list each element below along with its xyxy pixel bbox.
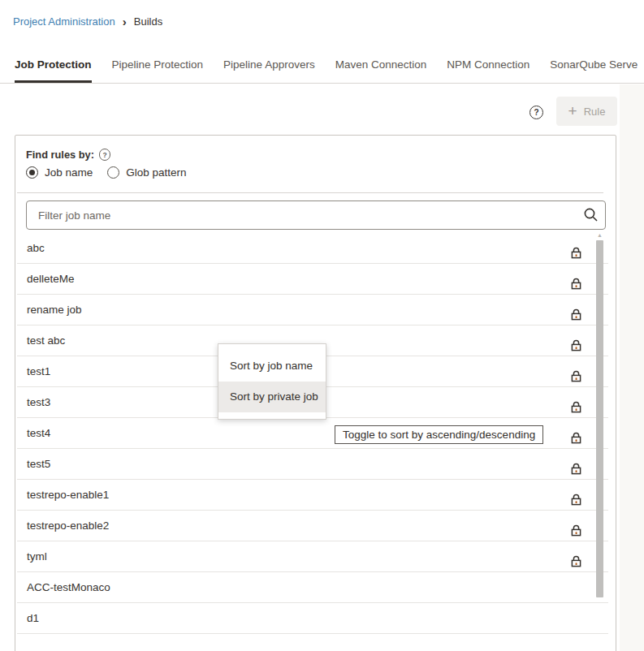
tab-npm-connection[interactable]: NPM Connection: [447, 48, 529, 83]
filter-field-wrap: [26, 200, 606, 230]
job-row-delleteme[interactable]: delleteMe: [17, 264, 608, 295]
lock-icon: [569, 457, 583, 471]
job-row-testrepo-enable2[interactable]: testrepo-enable2: [17, 511, 608, 541]
lock-icon: [569, 426, 583, 440]
find-rules-row: Find rules by: ?: [26, 149, 110, 161]
lock-icon: [569, 519, 583, 532]
search-icon[interactable]: [583, 207, 599, 222]
job-row-testrepo-enable1[interactable]: testrepo-enable1: [17, 480, 608, 511]
job-row-acc-testmonaco[interactable]: ACC-testMonaco: [17, 572, 608, 603]
lock-icon: [569, 395, 583, 409]
job-name: rename job: [27, 304, 82, 316]
job-name: test abc: [27, 334, 65, 347]
job-name: test5: [27, 458, 50, 470]
tab-job-protection[interactable]: Job Protection: [15, 48, 92, 83]
breadcrumb-link-project-administration[interactable]: Project Administration: [13, 15, 115, 28]
tab-pipeline-protection[interactable]: Pipeline Protection: [112, 48, 204, 83]
chevron-right-icon: ›: [123, 15, 127, 28]
radio-selected-icon: [26, 166, 38, 179]
tab-pipeline-approvers[interactable]: Pipeline Approvers: [223, 48, 315, 83]
job-name: testrepo-enable2: [27, 520, 109, 532]
lock-icon: [569, 364, 583, 378]
lock-icon: [569, 241, 583, 255]
tab-sonarqube-serve[interactable]: SonarQube Serve: [550, 48, 638, 83]
radio-unselected-icon: [107, 166, 119, 179]
scrollbar-thumb[interactable]: [596, 240, 603, 597]
job-name: delleteMe: [27, 273, 75, 285]
lock-icon: [569, 488, 583, 502]
add-rule-button[interactable]: + Rule: [556, 97, 617, 126]
filter-job-name-input[interactable]: [26, 200, 606, 230]
job-name: testrepo-enable1: [27, 489, 109, 501]
divider: [17, 192, 603, 193]
radio-label: Glob pattern: [126, 166, 186, 179]
lock-icon: [569, 334, 583, 347]
lock-icon: [569, 272, 583, 286]
breadcrumb: Project Administration › Builds: [13, 15, 162, 28]
menu-item-sort-by-job-name[interactable]: Sort by job name: [218, 351, 326, 382]
radio-glob-pattern[interactable]: Glob pattern: [107, 166, 186, 179]
job-name: test4: [27, 427, 50, 439]
list-scrollbar[interactable]: ▲: [595, 231, 604, 651]
job-name: ACC-testMonaco: [27, 581, 110, 593]
sort-context-menu: Sort by job nameSort by private job: [218, 343, 326, 420]
job-row-rename-job[interactable]: rename job: [17, 295, 608, 326]
find-rules-help-icon[interactable]: ?: [99, 149, 111, 161]
plus-icon: +: [568, 103, 577, 119]
scroll-up-arrow-icon[interactable]: ▲: [595, 231, 604, 239]
find-rules-label: Find rules by:: [26, 149, 94, 161]
job-name: d1: [27, 612, 39, 624]
help-icon[interactable]: ?: [529, 106, 543, 119]
job-row-abc[interactable]: abc: [17, 233, 608, 264]
breadcrumb-current-builds: Builds: [134, 15, 162, 28]
menu-item-sort-by-private-job[interactable]: Sort by private job: [218, 382, 326, 412]
job-name: test1: [27, 365, 50, 377]
job-row-test5[interactable]: test5: [17, 449, 608, 480]
radio-label: Job name: [45, 166, 93, 179]
job-name: abc: [27, 242, 45, 254]
add-rule-label: Rule: [584, 106, 606, 118]
tab-bar: Job ProtectionPipeline ProtectionPipelin…: [0, 48, 644, 84]
lock-icon: [569, 550, 583, 563]
radio-job-name[interactable]: Job name: [26, 166, 93, 179]
job-row-tyml[interactable]: tyml: [17, 541, 608, 572]
tab-maven-connection[interactable]: Maven Connection: [335, 48, 427, 83]
sort-tooltip: Toggle to sort by ascending/descending: [335, 425, 543, 444]
job-row-d1[interactable]: d1: [17, 603, 608, 634]
lock-icon: [569, 303, 583, 317]
page-gutter: [620, 84, 644, 651]
job-name: test3: [27, 396, 50, 408]
job-name: tyml: [27, 550, 47, 563]
radio-group: Job nameGlob pattern: [26, 166, 187, 179]
